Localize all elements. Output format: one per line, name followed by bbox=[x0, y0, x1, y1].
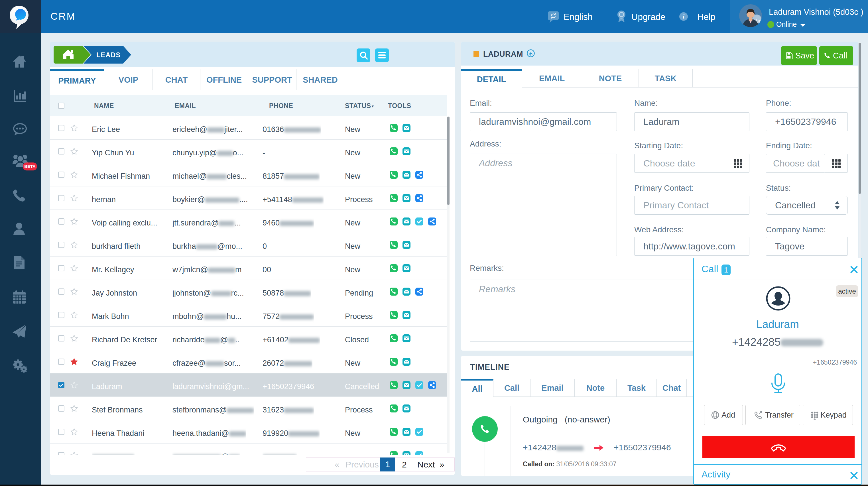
svg-text:i: i bbox=[683, 13, 685, 20]
svg-text:LEADS: LEADS bbox=[96, 51, 121, 59]
